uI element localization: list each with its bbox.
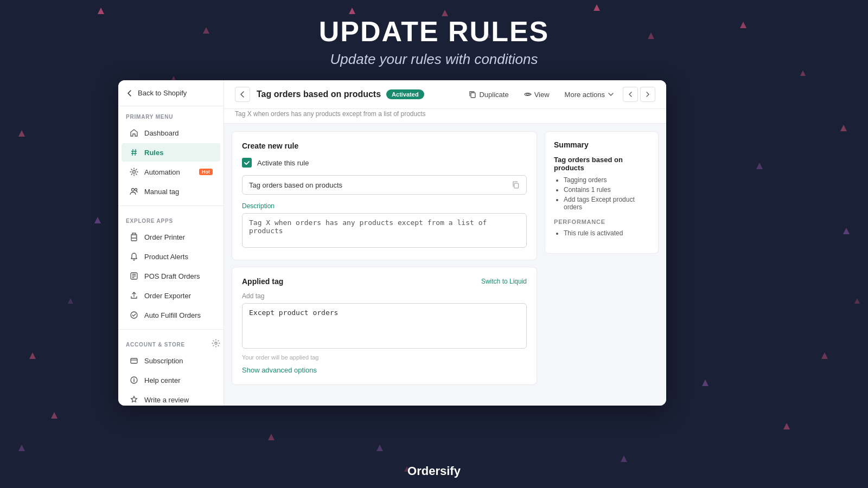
svg-marker-18	[843, 228, 850, 234]
show-advanced-link[interactable]: Show advanced options	[242, 366, 317, 374]
main-content: Tag orders based on products Activated D…	[224, 80, 666, 406]
sidebar-item-label: Write a review	[144, 396, 189, 404]
switch-to-liquid-button[interactable]: Switch to Liquid	[481, 278, 527, 285]
topbar-actions: Duplicate View More actions	[462, 87, 655, 102]
fulfill-icon	[129, 310, 139, 320]
main-title: UPDATE RULES	[0, 15, 868, 48]
svg-marker-0	[98, 8, 104, 14]
svg-marker-27	[68, 298, 73, 304]
performance-list: This rule is activated	[554, 229, 649, 237]
pos-icon	[129, 271, 139, 281]
back-arrow-icon	[126, 89, 133, 97]
sidebar-item-label: Subscription	[144, 357, 183, 365]
svg-marker-22	[621, 455, 627, 462]
back-label: Back to Shopify	[138, 89, 187, 97]
sidebar-item-order-printer[interactable]: Order Printer	[122, 228, 220, 246]
sidebar-item-label: Rules	[144, 149, 163, 157]
sidebar-item-label: Manual tag	[144, 188, 179, 196]
star-icon	[129, 395, 139, 404]
duplicate-icon	[469, 91, 476, 98]
svg-marker-17	[756, 163, 763, 169]
settings-gear-icon[interactable]	[212, 339, 220, 350]
view-button[interactable]: View	[518, 87, 556, 102]
page-footer: Ordersify	[0, 464, 868, 478]
svg-marker-26	[800, 70, 806, 76]
sidebar-item-label: Product Alerts	[144, 253, 188, 261]
svg-rect-41	[471, 93, 475, 98]
topbar-title-row: Tag orders based on products Activated	[257, 89, 456, 99]
duplicate-button[interactable]: Duplicate	[462, 87, 515, 102]
svg-point-42	[527, 93, 529, 95]
people-icon	[129, 187, 139, 196]
activate-rule-row: Activate this rule	[242, 158, 527, 168]
summary-list: Tagging orders Contains 1 rules Add tags…	[554, 176, 649, 211]
topbar: Tag orders based on products Activated D…	[224, 80, 666, 109]
performance-label: PERFORMANCE	[554, 219, 649, 225]
nav-next-button[interactable]	[640, 87, 655, 102]
svg-marker-16	[94, 217, 101, 223]
summary-title: Summary	[554, 140, 649, 149]
main-subtitle: Update your rules with conditions	[0, 51, 868, 68]
chevron-left-icon	[627, 91, 634, 98]
activate-checkbox[interactable]	[242, 158, 252, 168]
rule-name-field[interactable]	[242, 175, 527, 195]
svg-point-32	[135, 189, 137, 191]
svg-rect-43	[514, 183, 518, 188]
summary-item: Add tags Except product orders	[564, 196, 649, 211]
create-rule-card: Create new rule Activate this rule Descr…	[232, 131, 537, 260]
activate-label: Activate this rule	[257, 159, 309, 167]
sidebar-item-label: Order Printer	[144, 233, 185, 241]
sidebar-item-pos-draft[interactable]: POS Draft Orders	[122, 267, 220, 285]
sidebar-item-label: Help center	[144, 376, 180, 384]
sidebar-item-manual-tag[interactable]: Manual tag	[122, 182, 220, 201]
more-actions-button[interactable]: More actions	[558, 87, 621, 102]
app-window: Back to Shopify PRIMARY MENU Dashboard R…	[118, 80, 666, 406]
rule-name-input[interactable]	[249, 181, 512, 189]
sidebar-item-help-center[interactable]: Help center	[122, 371, 220, 389]
svg-point-34	[136, 236, 137, 237]
sidebar-item-subscription[interactable]: Subscription	[122, 351, 220, 370]
svg-marker-1	[349, 8, 355, 14]
footer-brand: Ordersify	[407, 464, 461, 478]
activated-badge: Activated	[386, 89, 424, 99]
hot-badge: Hot	[199, 169, 213, 175]
nav-prev-button[interactable]	[623, 87, 638, 102]
printer-icon	[129, 232, 139, 242]
topbar-back-button[interactable]	[235, 87, 250, 102]
sidebar-item-auto-fulfill[interactable]: Auto Fulfill Orders	[122, 306, 220, 324]
svg-marker-4	[18, 130, 25, 137]
sidebar-item-rules[interactable]: Rules	[122, 143, 220, 162]
back-arrow-icon	[239, 91, 246, 98]
sidebar-item-label: Dashboard	[144, 129, 179, 137]
svg-rect-38	[131, 358, 137, 363]
rule-title: Tag orders based on products	[257, 89, 381, 99]
svg-rect-33	[131, 238, 137, 241]
svg-marker-5	[840, 125, 847, 131]
svg-point-30	[133, 171, 136, 174]
primary-menu-label: PRIMARY MENU	[118, 106, 224, 123]
home-icon	[129, 128, 139, 138]
description-label: Description	[242, 202, 527, 210]
content-area: Create new rule Activate this rule Descr…	[224, 124, 666, 406]
description-textarea[interactable]: Tag X when orders has any products excep…	[242, 213, 527, 248]
sidebar-item-label: Automation	[144, 168, 180, 176]
explore-apps-label: EXPLORE APPS	[118, 210, 224, 227]
performance-item: This rule is activated	[564, 229, 649, 237]
sidebar-item-dashboard[interactable]: Dashboard	[122, 124, 220, 142]
back-to-shopify[interactable]: Back to Shopify	[118, 80, 224, 106]
sidebar-item-order-exporter[interactable]: Order Exporter	[122, 286, 220, 305]
chevron-right-icon	[644, 91, 651, 98]
svg-point-31	[132, 189, 135, 191]
sidebar-item-label: POS Draft Orders	[144, 272, 200, 280]
svg-marker-23	[18, 445, 25, 451]
view-icon	[524, 91, 532, 98]
tag-input[interactable]: Except product orders	[242, 303, 527, 349]
right-panel: Summary Tag orders based on products Tag…	[545, 131, 659, 398]
sidebar-item-write-review[interactable]: Write a review	[122, 390, 220, 406]
sidebar-item-product-alerts[interactable]: Product Alerts	[122, 247, 220, 266]
summary-item: Contains 1 rules	[564, 186, 649, 194]
svg-point-36	[131, 312, 137, 318]
copy-icon	[512, 181, 520, 189]
sidebar-item-automation[interactable]: Automation Hot	[122, 163, 220, 181]
add-tag-label: Add tag	[242, 292, 527, 300]
